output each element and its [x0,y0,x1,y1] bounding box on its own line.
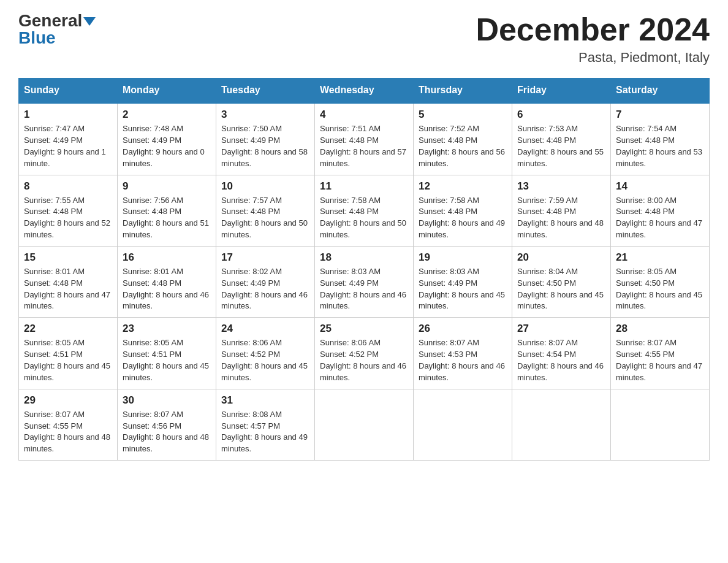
day-info: Sunrise: 8:07 AMSunset: 4:56 PMDaylight:… [123,409,211,455]
calendar-day-cell: 27Sunrise: 8:07 AMSunset: 4:54 PMDayligh… [512,318,611,389]
calendar-header-row: SundayMondayTuesdayWednesdayThursdayFrid… [19,79,710,103]
day-info: Sunrise: 8:07 AMSunset: 4:55 PMDaylight:… [24,409,112,455]
calendar-day-cell: 28Sunrise: 8:07 AMSunset: 4:55 PMDayligh… [611,318,710,389]
calendar-day-cell: 17Sunrise: 8:02 AMSunset: 4:49 PMDayligh… [216,246,315,317]
day-number: 27 [517,323,605,335]
calendar-day-cell: 24Sunrise: 8:06 AMSunset: 4:52 PMDayligh… [216,318,315,389]
day-number: 18 [320,251,408,264]
logo-top-row: General [18,12,96,29]
day-number: 17 [221,251,309,264]
day-number: 2 [123,109,211,121]
calendar-day-cell: 30Sunrise: 8:07 AMSunset: 4:56 PMDayligh… [118,389,216,460]
calendar-day-cell: 9Sunrise: 7:56 AMSunset: 4:48 PMDaylight… [118,175,216,246]
calendar-day-cell: 29Sunrise: 8:07 AMSunset: 4:55 PMDayligh… [19,389,118,460]
day-info: Sunrise: 8:02 AMSunset: 4:49 PMDaylight:… [221,266,309,312]
day-number: 9 [123,180,211,193]
day-number: 11 [320,180,408,193]
day-info: Sunrise: 7:54 AMSunset: 4:48 PMDaylight:… [616,123,704,169]
logo-triangle-icon [83,17,96,26]
day-number: 24 [221,323,309,335]
calendar-week-row: 22Sunrise: 8:05 AMSunset: 4:51 PMDayligh… [19,318,710,389]
calendar-day-cell: 8Sunrise: 7:55 AMSunset: 4:48 PMDaylight… [19,175,118,246]
calendar-day-cell: 7Sunrise: 7:54 AMSunset: 4:48 PMDaylight… [611,103,710,175]
col-header-friday: Friday [512,79,611,103]
calendar-day-cell: 31Sunrise: 8:08 AMSunset: 4:57 PMDayligh… [216,389,315,460]
calendar-day-cell: 15Sunrise: 8:01 AMSunset: 4:48 PMDayligh… [19,246,118,317]
day-info: Sunrise: 7:50 AMSunset: 4:49 PMDaylight:… [221,123,309,169]
day-number: 6 [517,109,605,121]
col-header-monday: Monday [118,79,216,103]
day-number: 8 [24,180,112,193]
day-info: Sunrise: 8:06 AMSunset: 4:52 PMDaylight:… [320,337,408,383]
calendar-day-cell: 19Sunrise: 8:03 AMSunset: 4:49 PMDayligh… [414,246,512,317]
day-number: 23 [123,323,211,335]
logo-blue-text: Blue [18,29,56,47]
calendar-day-cell: 2Sunrise: 7:48 AMSunset: 4:49 PMDaylight… [118,103,216,175]
calendar-day-cell: 22Sunrise: 8:05 AMSunset: 4:51 PMDayligh… [19,318,118,389]
day-number: 15 [24,251,112,264]
day-info: Sunrise: 7:53 AMSunset: 4:48 PMDaylight:… [517,123,605,169]
location-title: Pasta, Piedmont, Italy [476,50,710,66]
col-header-wednesday: Wednesday [315,79,414,103]
col-header-sunday: Sunday [19,79,118,103]
calendar-day-cell: 16Sunrise: 8:01 AMSunset: 4:48 PMDayligh… [118,246,216,317]
day-number: 20 [517,251,605,264]
day-info: Sunrise: 8:01 AMSunset: 4:48 PMDaylight:… [123,266,211,312]
day-number: 10 [221,180,309,193]
day-info: Sunrise: 7:48 AMSunset: 4:49 PMDaylight:… [123,123,211,169]
day-number: 3 [221,109,309,121]
day-info: Sunrise: 8:05 AMSunset: 4:50 PMDaylight:… [616,266,704,312]
day-number: 14 [616,180,704,193]
calendar-day-cell: 26Sunrise: 8:07 AMSunset: 4:53 PMDayligh… [414,318,512,389]
page-header: General Blue December 2024 Pasta, Piedmo… [18,12,710,66]
day-number: 4 [320,109,408,121]
day-info: Sunrise: 7:47 AMSunset: 4:49 PMDaylight:… [24,123,112,169]
day-info: Sunrise: 8:07 AMSunset: 4:55 PMDaylight:… [616,337,704,383]
logo: General Blue [18,12,96,47]
day-number: 16 [123,251,211,264]
day-number: 13 [517,180,605,193]
day-number: 7 [616,109,704,121]
calendar-day-cell: 5Sunrise: 7:52 AMSunset: 4:48 PMDaylight… [414,103,512,175]
day-info: Sunrise: 8:07 AMSunset: 4:54 PMDaylight:… [517,337,605,383]
day-info: Sunrise: 8:07 AMSunset: 4:53 PMDaylight:… [419,337,507,383]
day-number: 19 [419,251,507,264]
calendar-week-row: 29Sunrise: 8:07 AMSunset: 4:55 PMDayligh… [19,389,710,460]
day-info: Sunrise: 8:05 AMSunset: 4:51 PMDaylight:… [24,337,112,383]
day-number: 22 [24,323,112,335]
day-info: Sunrise: 7:57 AMSunset: 4:48 PMDaylight:… [221,195,309,241]
calendar-day-cell: 3Sunrise: 7:50 AMSunset: 4:49 PMDaylight… [216,103,315,175]
day-number: 21 [616,251,704,264]
col-header-thursday: Thursday [414,79,512,103]
empty-day-cell [611,389,710,460]
month-title: December 2024 [476,12,710,47]
day-info: Sunrise: 8:03 AMSunset: 4:49 PMDaylight:… [419,266,507,312]
title-block: December 2024 Pasta, Piedmont, Italy [476,12,710,66]
day-info: Sunrise: 7:58 AMSunset: 4:48 PMDaylight:… [320,195,408,241]
empty-day-cell [315,389,414,460]
logo-general-text: General [18,11,82,30]
empty-day-cell [414,389,512,460]
calendar-day-cell: 11Sunrise: 7:58 AMSunset: 4:48 PMDayligh… [315,175,414,246]
calendar-day-cell: 10Sunrise: 7:57 AMSunset: 4:48 PMDayligh… [216,175,315,246]
day-info: Sunrise: 8:03 AMSunset: 4:49 PMDaylight:… [320,266,408,312]
calendar-day-cell: 13Sunrise: 7:59 AMSunset: 4:48 PMDayligh… [512,175,611,246]
day-info: Sunrise: 8:04 AMSunset: 4:50 PMDaylight:… [517,266,605,312]
calendar-day-cell: 14Sunrise: 8:00 AMSunset: 4:48 PMDayligh… [611,175,710,246]
day-number: 12 [419,180,507,193]
day-number: 26 [419,323,507,335]
calendar-day-cell: 23Sunrise: 8:05 AMSunset: 4:51 PMDayligh… [118,318,216,389]
calendar-day-cell: 1Sunrise: 7:47 AMSunset: 4:49 PMDaylight… [19,103,118,175]
day-info: Sunrise: 8:06 AMSunset: 4:52 PMDaylight:… [221,337,309,383]
col-header-tuesday: Tuesday [216,79,315,103]
day-number: 25 [320,323,408,335]
day-info: Sunrise: 7:58 AMSunset: 4:48 PMDaylight:… [419,195,507,241]
day-number: 1 [24,109,112,121]
day-number: 31 [221,394,309,407]
empty-day-cell [512,389,611,460]
calendar-day-cell: 20Sunrise: 8:04 AMSunset: 4:50 PMDayligh… [512,246,611,317]
day-info: Sunrise: 8:05 AMSunset: 4:51 PMDaylight:… [123,337,211,383]
day-info: Sunrise: 7:59 AMSunset: 4:48 PMDaylight:… [517,195,605,241]
calendar-table: SundayMondayTuesdayWednesdayThursdayFrid… [18,78,710,461]
calendar-day-cell: 12Sunrise: 7:58 AMSunset: 4:48 PMDayligh… [414,175,512,246]
